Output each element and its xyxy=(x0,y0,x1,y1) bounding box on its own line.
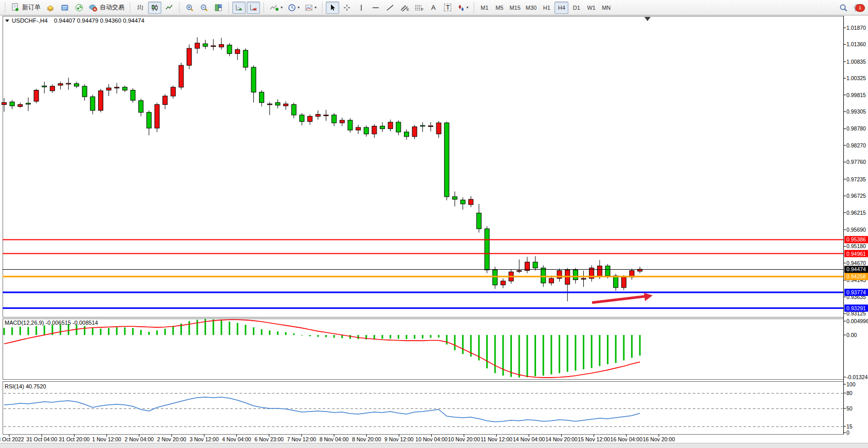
candle-up xyxy=(18,104,23,106)
toolbar-arrow-objects-button[interactable]: ▾ xyxy=(455,2,470,14)
candle-up xyxy=(284,104,288,106)
time-tick-label: 31 Oct 20:00 xyxy=(59,436,89,442)
toolbar-text-button[interactable]: A xyxy=(427,2,440,14)
macd-bar xyxy=(4,328,5,335)
time-tick-label: 31 Oct 04:00 xyxy=(26,436,57,442)
macd-bar xyxy=(349,335,351,339)
toolbar-text-label-button[interactable]: T xyxy=(441,2,454,14)
chart-area[interactable]: 1.018701.013601.008351.003250.998150.993… xyxy=(0,0,868,448)
macd-bar xyxy=(20,327,21,335)
timeframe-m5-button[interactable]: M5 xyxy=(492,2,506,14)
macd-panel[interactable] xyxy=(3,319,844,380)
toolbar-new-order-button[interactable]: 新订单 xyxy=(9,2,43,14)
timeframe-d1-button[interactable]: D1 xyxy=(569,2,583,14)
macd-bar xyxy=(229,322,230,335)
cursor-icon xyxy=(328,4,337,12)
bar-chart-icon xyxy=(136,4,144,12)
toolbar-candlestick-chart-button[interactable] xyxy=(148,2,161,14)
toolbar-vertical-line-button[interactable] xyxy=(355,2,368,14)
time-tick-label: 7 Nov 12:00 xyxy=(287,436,316,442)
toolbar-periods-button[interactable]: ▾ xyxy=(286,2,302,14)
candle-down xyxy=(82,86,87,97)
candle-down xyxy=(203,44,208,46)
macd-bar xyxy=(526,335,528,377)
candle-down xyxy=(42,86,47,87)
macd-bar xyxy=(76,325,77,335)
signals-icon xyxy=(75,4,83,12)
toolbar-equidistant-channel-button[interactable]: E xyxy=(398,2,411,14)
templates-dropdown-caret[interactable]: ▾ xyxy=(315,5,317,10)
toolbar-templates-button[interactable]: ▾ xyxy=(303,2,319,14)
toolbar-zoom-in-button[interactable] xyxy=(183,2,196,14)
toolbar-tile-windows-button[interactable] xyxy=(212,2,225,14)
toolbar-signals-button[interactable] xyxy=(72,2,86,14)
toolbar-search-button[interactable] xyxy=(837,2,850,14)
price-tick-label: 0.97760 xyxy=(846,159,866,165)
candle-down xyxy=(122,87,127,90)
timeframe-h4-button[interactable]: H4 xyxy=(555,2,568,14)
time-tick-label: 10 Nov 20:00 xyxy=(448,436,481,442)
notification-count-badge: 1 xyxy=(855,4,865,12)
price-badge-label: 0.94258 xyxy=(846,273,866,279)
toolbar-group-handle[interactable] xyxy=(129,3,131,13)
toolbar-notifications-button[interactable]: 1 xyxy=(851,2,864,14)
macd-bar xyxy=(309,335,311,336)
candle-up xyxy=(211,46,216,47)
toolbar-indicators-button[interactable]: ▾ xyxy=(267,2,285,14)
toolbar-group-handle[interactable] xyxy=(178,3,180,13)
toolbar-group-2 xyxy=(182,1,226,15)
timeframe-m1-button[interactable]: M1 xyxy=(477,2,491,14)
candle-up xyxy=(115,87,119,88)
candle-up xyxy=(412,127,417,137)
toolbar-group-handle[interactable] xyxy=(263,3,265,13)
timeframe-h1-button[interactable]: H1 xyxy=(540,2,553,14)
toolbar-group-handle[interactable] xyxy=(321,3,323,13)
price-tick-label: 0.99305 xyxy=(846,108,866,115)
candle-down xyxy=(139,101,143,113)
toolbar-auto-scroll-button[interactable] xyxy=(232,2,246,14)
macd-bar xyxy=(454,335,455,350)
time-tick-label: 9 Nov 12:00 xyxy=(384,436,414,442)
time-tick-label: 10 Nov 04:00 xyxy=(415,436,448,442)
toolbar-data-window-button[interactable] xyxy=(58,2,71,14)
price-tick-label: 0.99815 xyxy=(846,92,866,98)
arrow-objects-dropdown-caret[interactable]: ▾ xyxy=(466,5,468,10)
toolbar-line-chart-button[interactable] xyxy=(162,2,176,14)
macd-bar xyxy=(27,327,29,335)
main-chart-panel[interactable] xyxy=(3,16,844,318)
toolbar-market-watch-button[interactable] xyxy=(44,2,57,14)
toolbar-bar-chart-button[interactable] xyxy=(134,2,147,14)
periods-dropdown-caret[interactable]: ▾ xyxy=(298,5,300,10)
timeframe-w1-button[interactable]: W1 xyxy=(584,2,598,14)
toolbar-cursor-button[interactable] xyxy=(326,2,339,14)
macd-bar xyxy=(559,335,560,373)
window-bottom-edge xyxy=(0,443,868,448)
time-tick-label: 2 Nov 20:00 xyxy=(157,436,187,442)
indicators-dropdown-caret[interactable]: ▾ xyxy=(281,5,283,10)
toolbar-group-handle[interactable] xyxy=(4,3,6,13)
toolbar-group-handle[interactable] xyxy=(228,3,230,13)
candle-down xyxy=(243,50,248,67)
price-badge-label: 0.94961 xyxy=(846,251,866,257)
macd-bar xyxy=(534,335,536,376)
toolbar-group-handle[interactable] xyxy=(473,3,475,13)
macd-bar xyxy=(189,321,190,335)
macd-bar xyxy=(196,320,198,335)
timeframe-m30-button[interactable]: M30 xyxy=(524,2,539,14)
timeframe-mn-button[interactable]: MN xyxy=(599,2,613,14)
toolbar-fibonacci-button[interactable]: F xyxy=(412,2,426,14)
toolbar-chart-shift-button[interactable] xyxy=(247,2,260,14)
toolbar-zoom-out-button[interactable] xyxy=(197,2,211,14)
toolbar-group-4: ▾▾▾ xyxy=(267,1,319,15)
candle-down xyxy=(348,120,353,130)
macd-bar xyxy=(406,335,408,339)
toolbar-horizontal-line-button[interactable] xyxy=(369,2,382,14)
toolbar-crosshair-button[interactable] xyxy=(340,2,354,14)
macd-bar xyxy=(245,325,246,335)
toolbar-autotrading-button[interactable]: 自动交易 xyxy=(87,2,126,14)
toolbar-trendline-button[interactable] xyxy=(383,2,397,14)
macd-bar xyxy=(519,335,520,378)
macd-bar xyxy=(261,329,263,335)
candle-down xyxy=(90,97,95,110)
timeframe-m15-button[interactable]: M15 xyxy=(507,2,522,14)
